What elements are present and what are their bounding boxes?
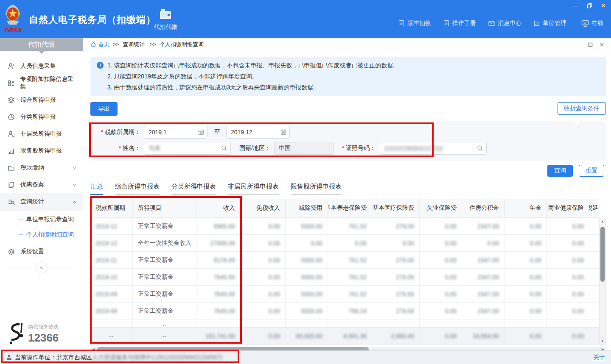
column-header: 失业保险费 — [420, 199, 462, 217]
result-tab[interactable]: 汇总 — [90, 183, 103, 195]
table-cell: 2019-10 — [90, 269, 133, 285]
table-cell: 2019-08 — [90, 303, 133, 319]
calendar-icon[interactable] — [198, 129, 204, 135]
table-cell: 2,960.40 — [372, 327, 420, 345]
table-cell: 279.00 — [372, 218, 420, 234]
table-cell — [286, 320, 328, 327]
scroll-right-icon[interactable]: ▶ — [602, 347, 604, 350]
online-status: 在线 — [581, 19, 603, 27]
person-add-icon — [8, 63, 15, 70]
table-row[interactable]: 2019-12全年一次性奖金收入27500.000.000.000.000.00… — [90, 235, 599, 252]
table-row[interactable]: 2019-11正常工资薪金9178.000.005000.00761.52279… — [90, 252, 599, 269]
sidebar-item[interactable]: 优惠备案 — [0, 176, 83, 193]
table-cell: 761.52 — [328, 218, 372, 234]
collapse-query-button[interactable]: 收折查询条件 — [558, 102, 606, 115]
breadcrumb-separator: >> — [150, 41, 156, 47]
period-to-label: 至 — [214, 128, 220, 136]
sidebar-item-label: 分类所得申报 — [20, 113, 56, 121]
header-menu-item[interactable]: 操作手册 — [443, 19, 476, 27]
sidebar-subitem[interactable]: 个人扣缴明细查询 — [0, 227, 83, 242]
table-wrap: 税款所属期所得项目收入免税收入减除费用基本养老保险费基本医疗保险费失业保险费住房… — [90, 199, 606, 345]
info-icon: i — [97, 62, 104, 69]
result-tab[interactable]: 非居民所得申报表 — [228, 183, 279, 195]
wallet-icon — [149, 8, 182, 20]
query-button[interactable]: 查询 — [547, 165, 573, 177]
column-header: 所得项目 — [133, 199, 196, 217]
table-cell: 0.00 — [504, 327, 547, 345]
panel-maximize-icon[interactable] — [588, 42, 593, 47]
vertical-scrollbar[interactable]: ▲ ▼ — [599, 218, 606, 345]
sidebar-subitem[interactable]: 单位申报记录查询 — [0, 211, 83, 227]
chevron-down-icon — [72, 166, 77, 170]
horizontal-scrollbar[interactable]: ◀ ▶ — [90, 347, 606, 350]
header-menu-item[interactable]: 单位管理 — [533, 19, 566, 27]
panel-close-icon[interactable]: ✕ — [600, 42, 604, 48]
sidebar-item[interactable]: 税款缴纳 — [0, 159, 83, 176]
sidebar-item[interactable]: 非居民所得申报 — [0, 125, 83, 142]
vertical-scroll-thumb[interactable] — [600, 227, 605, 282]
result-tab[interactable]: 综合所得申报表 — [115, 183, 160, 195]
folder-icon — [8, 164, 15, 172]
table-cell: 2019-12 — [90, 235, 133, 251]
breadcrumb-home[interactable]: 首页 — [90, 41, 109, 48]
restore-button[interactable] — [587, 3, 592, 8]
column-header: 商业健康保险 — [547, 199, 589, 217]
column-header: 税延养老保险 — [589, 199, 599, 217]
id-number-label: 证照号码： — [342, 144, 376, 152]
table-row[interactable]: 2019-12正常工资薪金9985.000.005000.00761.52279… — [90, 218, 599, 235]
scroll-down-icon[interactable]: ▼ — [600, 339, 605, 343]
scroll-left-icon[interactable]: ◀ — [92, 347, 95, 350]
sidebar-collapse-button[interactable]: « — [36, 261, 48, 273]
table-row[interactable]: .. — [90, 320, 599, 327]
sidebar-item-label: 查询统计 — [20, 198, 44, 206]
scroll-up-icon[interactable]: ▲ — [600, 220, 605, 223]
nationality-input[interactable] — [274, 142, 334, 155]
table-cell: 0.00 — [420, 286, 462, 302]
table-row[interactable]: 2019-10正常工资薪金7645.000.005000.00761.52279… — [90, 269, 599, 286]
header-menu-item[interactable]: 版本切换 — [398, 19, 431, 27]
name-input[interactable] — [144, 142, 231, 155]
layers-icon — [8, 97, 15, 104]
search-icon[interactable] — [477, 145, 483, 151]
reset-button[interactable]: 重置 — [579, 165, 604, 177]
sidebar-item[interactable]: 系统设置 — [0, 243, 83, 260]
horizontal-scroll-thumb[interactable] — [97, 347, 369, 350]
header-menu-label: 单位管理 — [543, 19, 566, 27]
table-cell — [589, 327, 599, 345]
table-cell — [589, 320, 599, 327]
table-cell: 0.00 — [420, 303, 462, 319]
monitor-check-icon — [581, 20, 589, 27]
result-tab[interactable]: 限售股所得申报表 — [291, 183, 342, 195]
sidebar-item[interactable]: 综合所得申报 — [0, 92, 83, 108]
home-icon — [90, 42, 96, 47]
table-cell: 0.00 — [504, 235, 547, 251]
table-cell: 2347.00 — [462, 269, 504, 285]
export-button[interactable]: 导出 — [90, 102, 118, 116]
sidebar-item[interactable]: 专项附加扣除信息采集 — [0, 75, 83, 92]
sidebar-item[interactable]: 限售股所得申报 — [0, 142, 83, 159]
breadcrumb: 首页 >>查询统计 >>个人扣缴明细查询 ✕ — [84, 38, 611, 51]
calendar-icon[interactable] — [280, 129, 286, 135]
table-row[interactable]: 2019-08正常工资薪金7645.000.005000.00798.24279… — [90, 303, 599, 320]
sidebar-item[interactable]: 人员信息采集 — [0, 58, 83, 75]
close-button[interactable]: ✕ — [601, 2, 606, 9]
table-cell: 5000.00 — [286, 269, 328, 285]
sidebar-item[interactable]: 分类所得申报 — [0, 108, 83, 125]
tab-withholding[interactable]: 代扣代缴 — [149, 8, 182, 31]
header-menu-label: 操作手册 — [452, 19, 476, 27]
header-menu-item[interactable]: 消息中心 — [488, 19, 521, 27]
result-tab[interactable]: 分类所得申报表 — [171, 183, 216, 195]
search-icon[interactable] — [221, 145, 227, 151]
hotline-logo: 纳税服务热线 12366 — [6, 322, 59, 345]
table-cell: -- — [133, 327, 196, 345]
column-header: 住房公积金 — [462, 199, 504, 217]
column-header: 收入 — [196, 199, 241, 217]
about-link[interactable]: 关于 — [593, 354, 605, 361]
table-cell: 0.00 — [462, 235, 504, 251]
id-number-input[interactable] — [379, 142, 487, 155]
table-cell: 0.00 — [504, 303, 547, 319]
sidebar-item-label: 优惠备案 — [20, 181, 44, 189]
minimize-button[interactable]: — — [572, 2, 578, 9]
table-row[interactable]: 2019-09正常工资薪金7645.000.005000.00761.52279… — [90, 286, 599, 303]
sidebar-item[interactable]: 查询统计 — [0, 193, 83, 210]
